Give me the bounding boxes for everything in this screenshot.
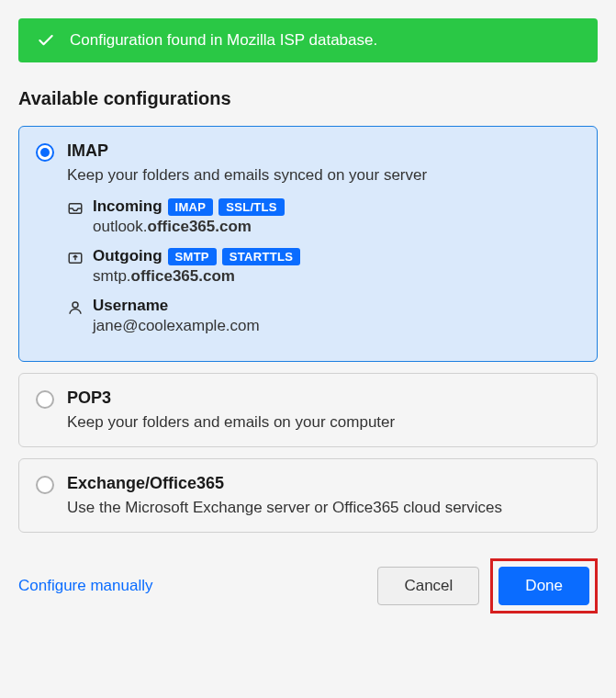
config-option-imap[interactable]: IMAP Keep your folders and emails synced… [18,126,598,362]
svg-point-2 [73,302,78,308]
radio-exchange[interactable] [36,476,54,494]
security-badge: SSL/TLS [218,198,285,216]
outbox-icon [67,250,84,266]
username-value: jane@coolexample.com [93,317,580,335]
radio-pop3[interactable] [36,390,54,409]
outgoing-host: smtp.office365.com [93,267,580,286]
incoming-host: outlook.office365.com [93,218,580,236]
cancel-button[interactable]: Cancel [377,567,479,605]
config-title: IMAP [67,141,580,161]
config-option-exchange[interactable]: Exchange/Office365 Use the Microsoft Exc… [18,458,598,533]
protocol-badge: IMAP [168,198,214,216]
config-description: Use the Microsoft Exchange server or Off… [67,499,580,517]
banner-message: Configuration found in Mozilla ISP datab… [70,31,377,50]
inbox-icon [67,200,84,217]
done-button[interactable]: Done [498,567,589,605]
outgoing-label: Outgoing [93,247,162,265]
config-option-pop3[interactable]: POP3 Keep your folders and emails on you… [18,373,598,447]
incoming-label: Incoming [93,197,162,216]
security-badge: STARTTLS [222,248,300,265]
configure-manually-link[interactable]: Configure manually [18,577,152,595]
config-description: Keep your folders and emails synced on y… [67,166,580,185]
protocol-badge: SMTP [168,248,217,265]
config-title: Exchange/Office365 [67,474,580,493]
success-banner: Configuration found in Mozilla ISP datab… [18,18,598,62]
radio-imap[interactable] [36,143,54,162]
done-highlight: Done [490,558,598,614]
checkmark-icon [37,31,55,50]
user-icon [67,299,84,316]
config-title: POP3 [67,388,580,408]
config-description: Keep your folders and emails on your com… [67,413,580,432]
section-heading: Available configurations [18,88,598,109]
username-label: Username [93,297,168,315]
